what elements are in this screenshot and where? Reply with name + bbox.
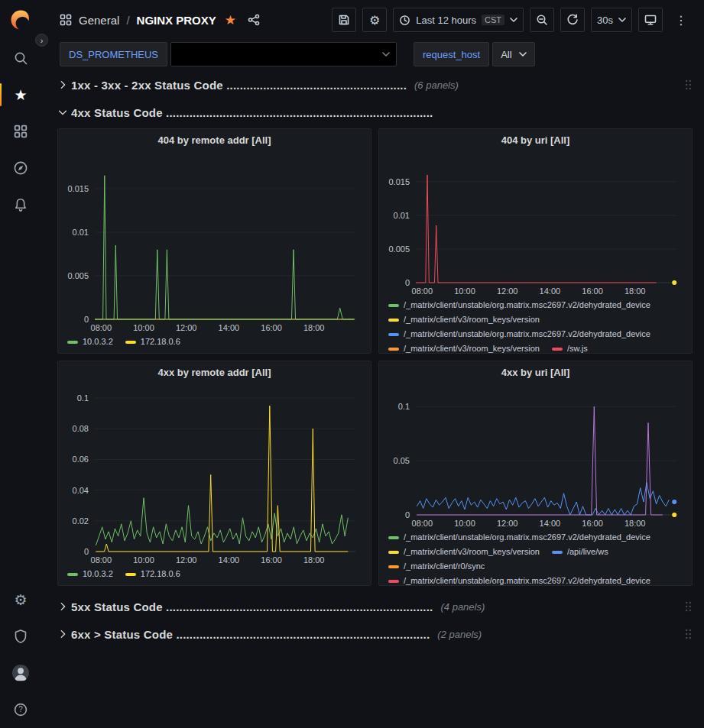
svg-text:10:00: 10:00 xyxy=(454,286,475,296)
panel-title[interactable]: 404 by remote addr [All] xyxy=(58,129,371,150)
topbar-actions: ⚙ Last 12 hours CST xyxy=(332,8,693,32)
svg-text:0.08: 0.08 xyxy=(73,424,89,433)
legend-item[interactable]: 10.0.3.2 xyxy=(67,567,113,581)
time-series-chart[interactable]: 00.050.108:0010:0012:0014:0016:0018:00 xyxy=(384,383,687,530)
favorite-star-icon[interactable]: ★ xyxy=(225,14,236,27)
row-panel-count: (4 panels) xyxy=(440,601,485,613)
legend-item[interactable]: /_matrix/client/v3/room_keys/version xyxy=(388,545,540,559)
row-title[interactable]: 6xx > Status Code ......................… xyxy=(71,628,430,641)
time-range-picker[interactable]: Last 12 hours CST xyxy=(393,8,524,32)
time-series-chart[interactable]: 00.0050.010.01508:0010:0012:0014:0016:00… xyxy=(384,150,687,298)
legend-item[interactable]: /_matrix/client/unstable/org.matrix.msc2… xyxy=(388,530,650,545)
legend-item[interactable]: /_matrix/client/unstable/org.matrix.msc2… xyxy=(388,574,650,585)
save-dashboard-button[interactable] xyxy=(332,8,356,32)
tv-mode-button[interactable] xyxy=(638,8,663,32)
legend-label: /_matrix/client/unstable/org.matrix.msc2… xyxy=(404,327,650,341)
variable-value-ds-dropdown[interactable] xyxy=(170,42,397,66)
dashboards-grid-icon xyxy=(14,125,28,138)
main-area: General / NGINX PROXY ★ xyxy=(41,0,704,728)
more-menu-button[interactable]: ⋮ xyxy=(669,8,693,32)
refresh-interval-dropdown[interactable]: 30s xyxy=(591,8,632,32)
svg-text:16:00: 16:00 xyxy=(582,519,603,528)
sidebar-item-dashboards[interactable] xyxy=(0,113,41,150)
svg-text:0.1: 0.1 xyxy=(77,393,89,403)
sidebar-item-help[interactable]: ? xyxy=(0,691,41,728)
sidebar-item-profile[interactable] xyxy=(0,655,41,691)
svg-text:0: 0 xyxy=(84,547,89,556)
row-title[interactable]: 1xx - 3xx - 2xx Status Code ............… xyxy=(71,79,407,92)
panel-title[interactable]: 404 by uri [All] xyxy=(379,129,692,150)
panel-title[interactable]: 4xx by uri [All] xyxy=(379,361,692,383)
legend-swatch xyxy=(388,580,399,583)
save-icon xyxy=(338,14,350,26)
chevron-right-icon[interactable] xyxy=(57,600,71,613)
legend-label: 10.0.3.2 xyxy=(83,567,113,581)
row-6xx[interactable]: 6xx > Status Code ......................… xyxy=(57,623,693,645)
sidebar-expand-button[interactable]: › xyxy=(35,34,48,47)
svg-text:10:00: 10:00 xyxy=(133,323,154,332)
legend-swatch xyxy=(67,341,78,344)
legend-item[interactable]: 172.18.0.6 xyxy=(125,567,180,581)
svg-text:0.06: 0.06 xyxy=(73,455,89,464)
svg-text:0.005: 0.005 xyxy=(388,244,410,254)
row-1xx-3xx-2xx[interactable]: 1xx - 3xx - 2xx Status Code ............… xyxy=(57,73,693,96)
search-icon xyxy=(13,50,28,66)
legend-item[interactable]: /_matrix/client/unstable/org.matrix.msc2… xyxy=(388,298,650,312)
legend-item[interactable]: 10.0.3.2 xyxy=(67,335,113,349)
row-panel-count: (6 panels) xyxy=(414,79,459,91)
legend-item[interactable]: /_matrix/client/r0/sync xyxy=(388,559,485,574)
zoom-out-button[interactable] xyxy=(530,8,554,32)
svg-text:0.04: 0.04 xyxy=(73,486,89,495)
panel-404-by-uri: 404 by uri [All] 00.0050.010.01508:0010:… xyxy=(378,128,693,354)
row-drag-handle[interactable] xyxy=(684,600,693,613)
sidebar-item-settings[interactable]: ⚙ xyxy=(0,581,41,618)
legend-item[interactable]: /_matrix/client/v3/room_keys/version xyxy=(388,341,540,353)
legend-swatch xyxy=(125,573,136,576)
legend-label: /_matrix/client/unstable/org.matrix.msc2… xyxy=(404,574,650,585)
legend-item[interactable]: 172.18.0.6 xyxy=(125,335,180,349)
chevron-down-icon[interactable] xyxy=(57,106,71,118)
sidebar-item-alerting[interactable] xyxy=(0,186,41,223)
svg-text:12:00: 12:00 xyxy=(497,519,518,528)
sidebar-item-search[interactable] xyxy=(0,40,41,76)
topbar: General / NGINX PROXY ★ xyxy=(41,0,704,40)
chevron-right-icon[interactable] xyxy=(57,628,71,640)
row-5xx[interactable]: 5xx Status Code ........................… xyxy=(57,595,693,618)
legend-label: /_matrix/client/unstable/org.matrix.msc2… xyxy=(404,298,650,312)
legend-item[interactable]: /api/live/ws xyxy=(552,545,608,559)
row-panel-count: (2 panels) xyxy=(437,629,482,640)
time-series-chart[interactable]: 00.0050.010.01508:0010:0012:0014:0016:00… xyxy=(63,150,366,335)
monitor-icon xyxy=(644,14,657,26)
time-series-chart[interactable]: 00.020.040.060.080.108:0010:0012:0014:00… xyxy=(63,383,366,567)
chevron-right-icon[interactable] xyxy=(57,79,71,91)
svg-text:18:00: 18:00 xyxy=(303,323,325,332)
refresh-button[interactable] xyxy=(560,8,585,32)
panel-title[interactable]: 4xx by remote addr [All] xyxy=(58,361,371,383)
grafana-logo[interactable] xyxy=(0,0,41,40)
svg-text:0: 0 xyxy=(405,278,410,287)
dashboard-title[interactable]: NGINX PROXY xyxy=(137,14,216,27)
time-range-label: Last 12 hours xyxy=(416,15,476,26)
row-title[interactable]: 4xx Status Code ........................… xyxy=(71,106,433,119)
sidebar-item-starred[interactable]: ★ xyxy=(0,76,41,113)
bell-icon xyxy=(13,197,28,212)
sidebar-item-explore[interactable] xyxy=(0,150,41,186)
legend-item[interactable]: /_matrix/client/v3/room_keys/version xyxy=(388,312,540,327)
legend-swatch xyxy=(388,536,399,539)
svg-text:14:00: 14:00 xyxy=(540,519,561,528)
row-drag-handle[interactable] xyxy=(684,79,693,91)
row-4xx[interactable]: 4xx Status Code ........................… xyxy=(57,101,693,124)
row-drag-handle[interactable] xyxy=(684,628,693,640)
dashboard-settings-button[interactable]: ⚙ xyxy=(362,8,387,32)
legend-item[interactable]: /sw.js xyxy=(552,341,588,353)
sidebar-item-server-admin[interactable] xyxy=(0,618,41,655)
breadcrumb-folder[interactable]: General xyxy=(79,14,119,27)
row-title[interactable]: 5xx Status Code ........................… xyxy=(71,600,433,613)
share-button[interactable] xyxy=(248,14,260,26)
svg-text:12:00: 12:00 xyxy=(176,323,197,332)
legend-item[interactable]: /_matrix/client/unstable/org.matrix.msc2… xyxy=(388,327,650,341)
variable-value-request-host-dropdown[interactable]: All xyxy=(492,42,534,66)
chart-legend: 10.0.3.2172.18.0.6 xyxy=(58,335,371,353)
timezone-badge: CST xyxy=(482,15,504,25)
chevron-down-icon xyxy=(382,52,390,57)
